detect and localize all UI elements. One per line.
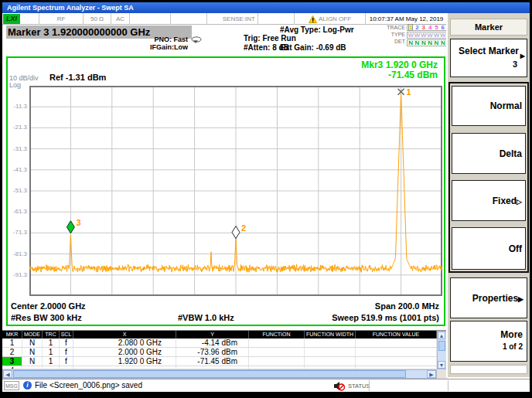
column-header-mode: MODE [22,331,43,338]
softkey-menu: Marker Select Marker ▶ 3 NormalDeltaFixe… [446,13,530,377]
delta-button[interactable]: Delta [452,133,526,174]
instrument-screen: Agilent Spectrum Analyzer - Swept SA LXI… [2,2,530,392]
properties-label: Properties [472,293,518,304]
trace-detectors: NNNNNN [407,39,447,46]
off-button[interactable]: Off [452,227,526,270]
menu-title: Marker [450,19,527,36]
menu-empty-strip [450,365,527,374]
align-indicator: ALIGN OFF [295,13,366,25]
warning-icon [309,15,317,23]
submenu-arrow-icon: ▶ [520,53,525,60]
more-label: More [500,329,523,340]
cell-function [249,357,305,366]
marker-table-body: 1N1f2.080 0 GHz-4.14 dBm2N1f2.000 0 GHz-… [2,338,437,369]
cell-trc [43,366,60,369]
cell-function-width [305,348,356,356]
info-icon: i [23,381,32,389]
cell-mode [22,366,43,369]
cell-function [249,348,305,356]
trace-types: WWWWWW [407,32,447,39]
more-page-indicator: 1 of 2 [503,342,523,351]
statusbar-separator-2 [448,380,448,391]
cell-y: -71.45 dBm [176,357,249,366]
ext-gain-label: Ext Gain: -0.69 dB [280,43,346,52]
off-label: Off [509,243,522,254]
submenu-arrow-icon: ▶ [518,295,523,303]
spectrum-plot: 123 [29,86,442,296]
submenu-arrow-icon: ▷ [517,198,522,206]
cell-mkr: 4 [2,366,22,369]
coupling-indicator: AC [111,13,130,25]
horizontal-scroll-thumb[interactable] [13,370,406,378]
graticule-grid [29,86,442,296]
cell-trc: 1 [43,338,60,347]
fixed-button[interactable]: Fixed▷ [452,180,526,221]
vertical-scroll-thumb[interactable] [438,341,445,351]
trace-type-2: W [414,32,421,38]
marker-table: MKRMODETRCSCLXYFUNCTIONFUNCTION WIDTHFUN… [2,330,447,378]
trace-number-1: 1 [409,25,412,30]
select-marker-value: 3 [513,60,517,69]
select-marker-button[interactable]: Select Marker ▶ 3 [450,39,527,77]
trace-number-3: 3 [422,25,425,30]
marker-2-label: 2 [241,223,246,233]
cell-function-value [356,366,437,369]
type-row-label: TYPE [358,32,405,37]
statusbar-separator-1 [369,380,370,391]
marker-3-glyph[interactable]: 3 [66,218,80,233]
column-header-x: X [73,331,176,338]
marker-3-label: 3 [76,218,80,227]
pno-label: PNO: Fast [126,36,188,43]
trace-det-6: N [441,40,445,46]
y-axis-tick-label: -81.3 [9,250,27,257]
scroll-right-button[interactable]: ▶ [427,370,436,378]
normal-button[interactable]: Normal [452,86,526,126]
cell-mode: N [22,338,43,347]
spectrum-analyzer-screenshot: Agilent Spectrum Analyzer - Swept SA LXI… [0,0,532,398]
column-header-scl: SCL [60,331,73,338]
trace-det-3: N [421,40,426,46]
y-axis-tick-label: -61.3 [9,208,27,215]
cell-function-width [305,357,356,366]
rf-indicator: RF [39,13,84,25]
table-row-marker-3[interactable]: 3N1f1.920 0 GHz-71.45 dBm [2,357,437,366]
cell-scl: f [60,348,73,356]
y-axis-tick-label: -51.3 [9,187,27,194]
vbw-label: #VBW 1.0 kHz [178,313,234,322]
scroll-up-button[interactable]: ▲ [438,332,445,339]
y-axis-tick-label: -21.3 [9,124,27,131]
ifgain-label: IFGain:Low [126,43,188,51]
table-row-marker-2[interactable]: 2N1f2.000 0 GHz-73.96 dBm [2,348,437,357]
marker-table-header: MKRMODETRCSCLXYFUNCTIONFUNCTION WIDTHFUN… [2,331,437,338]
table-row-marker-1[interactable]: 1N1f2.080 0 GHz-4.14 dBm [2,338,437,348]
marker-1-glyph[interactable]: 1 [398,87,411,97]
scroll-down-button[interactable]: ▼ [438,361,445,369]
cell-mkr: 1 [2,338,22,347]
scroll-left-button[interactable]: ◀ [3,370,12,378]
cell-scl: f [60,338,73,347]
column-header-y: Y [176,331,249,338]
properties-button[interactable]: Properties▶ [450,277,527,318]
status-bar: MSG i File <Screen_0006.png> saved STATU… [2,379,530,392]
center-freq-label: Center 2.0000 GHz [11,301,86,311]
cell-mkr: 2 [2,348,22,356]
trace-row-label: TRACE [358,25,405,30]
trace-det-2: N [415,40,420,46]
column-header-function: FUNCTION [249,331,305,338]
y-axis-tick-label: -91.3 [9,271,27,278]
marker-mode-group: NormalDeltaFixed▷Off [448,82,529,273]
datetime-label: 10:07:37 AM May 12, 2019 [366,13,447,25]
cell-x: 2.000 0 GHz [73,348,176,356]
strip-spacer-3 [258,13,295,25]
status-strip: LXI RF 50 Ω AC SENSE:INT ALIGN OFF 10:07… [2,13,447,25]
cell-scl [60,366,73,369]
marker-2-glyph[interactable]: 2 [232,223,246,239]
more-button[interactable]: More 1 of 2 [450,321,527,362]
align-label: ALIGN OFF [319,15,351,22]
horizontal-scrollbar[interactable]: ◀ ▶ [2,369,437,379]
sense-indicator: SENSE:INT [207,13,258,25]
cell-function-value [356,348,437,356]
cell-x [73,366,176,369]
impedance-indicator: 50 Ω [84,13,111,25]
cell-y: -4.14 dBm [176,338,249,347]
